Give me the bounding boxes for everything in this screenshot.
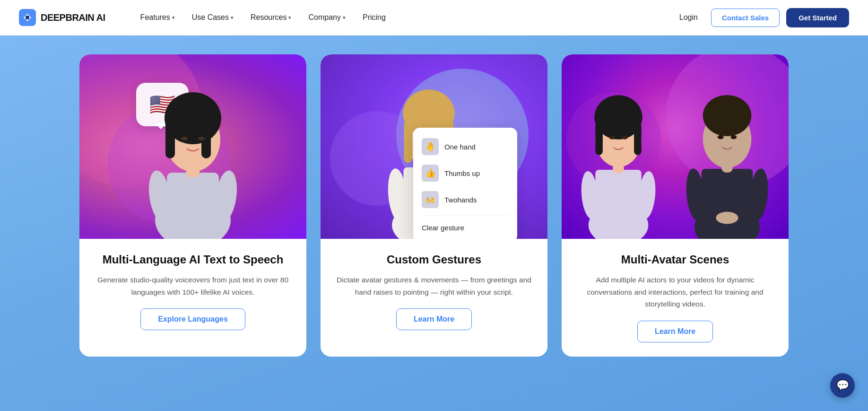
gesture-label-thumbs-up: Thumbs up xyxy=(444,169,480,177)
explore-languages-button[interactable]: Explore Languages xyxy=(140,308,245,330)
chevron-down-icon: ▾ xyxy=(288,15,291,21)
svg-point-45 xyxy=(730,135,737,139)
card-image-gestures: 🤚 One hand 👍 Thumbs up 🙌 Twohands Clear … xyxy=(321,54,547,239)
nav-resources-label: Resources xyxy=(251,13,286,22)
card-desc-multi-avatar: Add multiple AI actors to your videos fo… xyxy=(577,274,773,310)
card-info-gestures: Custom Gestures Dictate avatar gestures … xyxy=(321,239,547,357)
card-custom-gestures: 🤚 One hand 👍 Thumbs up 🙌 Twohands Clear … xyxy=(321,54,547,357)
svg-point-43 xyxy=(703,95,752,136)
chevron-down-icon: ▾ xyxy=(172,15,175,21)
nav-pricing-label: Pricing xyxy=(363,13,386,22)
svg-rect-3 xyxy=(167,173,219,229)
avatar-female-asian xyxy=(136,59,250,239)
gesture-thumb-thumbs-up: 👍 xyxy=(422,165,439,182)
chevron-down-icon: ▾ xyxy=(231,15,234,21)
card-info-language: Multi-Language AI Text to Speech Generat… xyxy=(79,239,306,357)
nav-company[interactable]: Company ▾ xyxy=(302,9,352,26)
svg-rect-21 xyxy=(404,122,412,163)
brand-name: DEEPBRAIN AI xyxy=(41,12,105,23)
nav-features[interactable]: Features ▾ xyxy=(134,9,182,26)
gesture-thumb-one-hand: 🤚 xyxy=(422,138,439,155)
deepbrain-logo-icon xyxy=(19,9,36,26)
svg-point-12 xyxy=(198,137,205,140)
chevron-down-icon: ▾ xyxy=(343,15,346,21)
chat-icon: 💬 xyxy=(836,379,849,392)
gesture-item-twohands[interactable]: 🙌 Twohands xyxy=(413,186,517,213)
card-image-language: 🇺🇸 xyxy=(79,54,306,239)
card-title-multi-avatar: Multi-Avatar Scenes xyxy=(577,253,773,266)
learn-more-gestures-button[interactable]: Learn More xyxy=(396,308,472,330)
card-multi-avatar: Multi-Avatar Scenes Add multiple AI acto… xyxy=(562,54,789,357)
login-button[interactable]: Login xyxy=(673,9,704,26)
logo[interactable]: DEEPBRAIN AI xyxy=(19,9,105,26)
gesture-label-twohands: Twohands xyxy=(444,196,477,204)
svg-point-11 xyxy=(181,137,188,140)
nav-features-label: Features xyxy=(140,13,170,22)
card-title-language: Multi-Language AI Text to Speech xyxy=(95,253,291,266)
gesture-item-thumbs-up[interactable]: 👍 Thumbs up xyxy=(413,160,517,186)
learn-more-multi-avatar-button[interactable]: Learn More xyxy=(637,321,713,342)
nav-actions: Login Contact Sales Get Started xyxy=(673,8,849,27)
gesture-item-one-hand[interactable]: 🤚 One hand xyxy=(413,133,517,160)
gesture-label-one-hand: One hand xyxy=(444,143,476,151)
svg-point-35 xyxy=(622,136,628,140)
avatar-male xyxy=(675,61,779,239)
card-multi-language: 🇺🇸 xyxy=(79,54,306,357)
nav-use-cases-label: Use Cases xyxy=(192,13,229,22)
chat-support-button[interactable]: 💬 xyxy=(830,373,855,398)
svg-rect-32 xyxy=(595,123,603,155)
card-desc-gestures: Dictate avatar gestures & movements — fr… xyxy=(336,274,532,298)
gesture-thumb-twohands: 🙌 xyxy=(422,191,439,208)
card-info-multi-avatar: Multi-Avatar Scenes Add multiple AI acto… xyxy=(562,239,789,357)
card-image-multi-avatar xyxy=(562,54,789,239)
nav-resources[interactable]: Resources ▾ xyxy=(244,9,298,26)
card-desc-language: Generate studio-quality voiceovers from … xyxy=(95,274,291,298)
svg-point-34 xyxy=(609,136,615,140)
svg-rect-33 xyxy=(634,123,642,155)
cards-row: 🇺🇸 xyxy=(24,54,844,357)
navbar: DEEPBRAIN AI Features ▾ Use Cases ▾ Reso… xyxy=(0,0,868,35)
nav-pricing[interactable]: Pricing xyxy=(356,9,392,26)
svg-point-44 xyxy=(718,135,724,139)
svg-rect-9 xyxy=(165,121,175,158)
card-title-gestures: Custom Gestures xyxy=(336,253,532,266)
svg-rect-1 xyxy=(26,16,29,19)
nav-use-cases[interactable]: Use Cases ▾ xyxy=(185,9,240,26)
nav-links: Features ▾ Use Cases ▾ Resources ▾ Compa… xyxy=(134,9,673,26)
avatar-female-asian-2 xyxy=(571,64,666,239)
svg-point-40 xyxy=(716,212,738,224)
contact-sales-button[interactable]: Contact Sales xyxy=(711,9,780,27)
gesture-clear-button[interactable]: Clear gesture xyxy=(413,219,517,236)
main-content: 🇺🇸 xyxy=(0,35,868,411)
get-started-button[interactable]: Get Started xyxy=(786,8,849,27)
gesture-dropdown: 🤚 One hand 👍 Thumbs up 🙌 Twohands Clear … xyxy=(413,128,517,239)
gesture-menu-divider xyxy=(420,216,511,216)
nav-company-label: Company xyxy=(308,13,340,22)
